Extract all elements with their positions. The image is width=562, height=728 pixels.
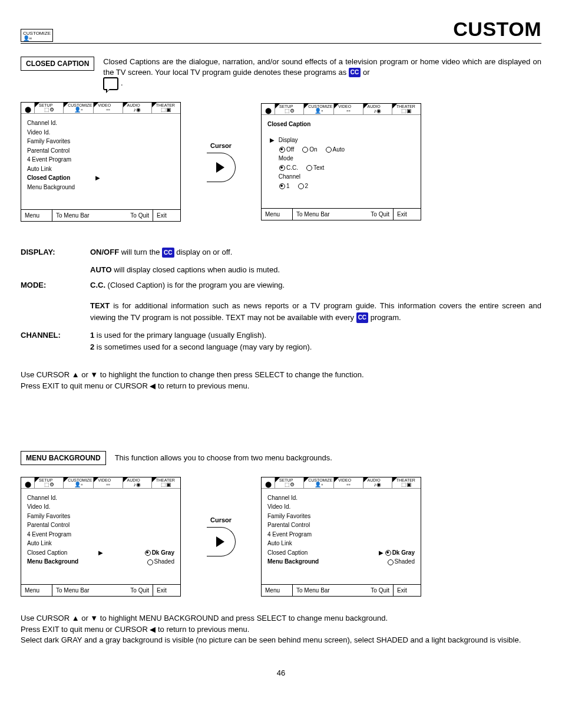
page-number: 46 bbox=[21, 668, 541, 677]
osd-tab: THEATER⬚▣ bbox=[392, 477, 421, 488]
osd-menu-item: Parental Control bbox=[267, 521, 415, 530]
cc-badge-icon: CC bbox=[349, 68, 361, 77]
menu-background-section: MENU BACKGROUND This function allows you… bbox=[21, 451, 541, 647]
term-display: DISPLAY: bbox=[21, 246, 90, 276]
intro-part1: Closed Captions are the dialogue, narrat… bbox=[103, 57, 541, 77]
osd-row-2: ⬤SETUP⬚⚙CUSTOMIZE👤▫VIDEO▫▫AUDIO♪◉THEATER… bbox=[21, 477, 541, 597]
def-mode-text: TEXT bbox=[90, 301, 110, 310]
osd-menu-item: Video Id. bbox=[27, 128, 174, 137]
osd-radio-option: On bbox=[302, 145, 317, 154]
osd-tab: AUDIO♪◉ bbox=[363, 477, 392, 488]
footer-tomenubar: To Menu Bar bbox=[292, 585, 356, 596]
txt: display on or off. bbox=[174, 248, 233, 256]
osd-menu-item: Menu BackgroundShaded bbox=[267, 557, 415, 566]
customize-icon-art: 👤▫▫ bbox=[23, 36, 51, 41]
osd-tab: CUSTOMIZE👤▫ bbox=[64, 103, 94, 113]
closed-caption-text: Closed Captions are the dialogue, narrat… bbox=[103, 57, 541, 90]
osd-menu-item: Menu Background bbox=[27, 183, 174, 192]
osd-menu-item: Closed Caption ▶Dk Gray bbox=[27, 548, 174, 558]
cursor-label: Cursor bbox=[210, 142, 232, 149]
definitions: DISPLAY: ON/OFF will turn the CC display… bbox=[21, 246, 541, 353]
osd-option-label: ▶ Display bbox=[267, 136, 415, 145]
osd-radio-option: Auto bbox=[326, 145, 345, 154]
osd-menu-item: Channel Id. bbox=[27, 118, 174, 128]
osd-menu-item: Family Favorites bbox=[27, 512, 174, 521]
osd-tab-gear-icon: ⬤ bbox=[21, 103, 35, 113]
footer-menu: Menu bbox=[21, 210, 52, 221]
closed-caption-label: CLOSED CAPTION bbox=[21, 57, 94, 71]
osd-panel-closed-caption: ⬤SETUP⬚⚙CUSTOMIZE👤▫VIDEO▫▫AUDIO♪◉THEATER… bbox=[261, 103, 421, 221]
footer-toquit: To Quit bbox=[116, 585, 153, 596]
footer-exit: Exit bbox=[393, 585, 421, 596]
footer-exit: Exit bbox=[153, 585, 180, 596]
def-mode: C.C. (Closed Caption) is for the program… bbox=[90, 279, 541, 323]
txt: (Closed Caption) is for the program you … bbox=[105, 281, 285, 289]
osd-menu-item: Video Id. bbox=[267, 502, 415, 512]
osd-radio-option: Text bbox=[306, 163, 324, 173]
def-mode-cc: C.C. bbox=[90, 281, 105, 289]
cc-badge-icon: CC bbox=[162, 248, 174, 258]
osd-menu-item: Closed Caption▶ Dk Gray bbox=[267, 548, 415, 558]
osd-menu-item: Video Id. bbox=[27, 502, 174, 512]
closed-caption-intro: CLOSED CAPTION Closed Captions are the d… bbox=[21, 57, 541, 90]
cursor-label: Cursor bbox=[210, 516, 232, 523]
osd-tab: THEATER⬚▣ bbox=[392, 104, 421, 114]
osd-tab-gear-icon: ⬤ bbox=[262, 477, 275, 488]
osd-tab-gear-icon: ⬤ bbox=[262, 104, 275, 114]
term-mode: MODE: bbox=[21, 279, 90, 323]
osd-option-row: Off On Auto bbox=[267, 145, 415, 154]
nav-note-1: Use CURSOR ▲ or ▼ to highlight the funct… bbox=[21, 370, 541, 392]
osd-menu-item: Family Favorites bbox=[267, 512, 415, 521]
osd-menu-item: Parental Control bbox=[27, 521, 174, 530]
nav-line: Use CURSOR ▲ or ▼ to highlight MENU BACK… bbox=[21, 613, 541, 624]
osd-radio-option: 2 bbox=[298, 182, 309, 191]
def-display: ON/OFF will turn the CC display on or of… bbox=[90, 246, 541, 276]
osd-menu-item: Parental Control bbox=[27, 146, 174, 156]
nav-note-2: Use CURSOR ▲ or ▼ to highlight MENU BACK… bbox=[21, 613, 541, 647]
osd-panel-menu-bg-left: ⬤SETUP⬚⚙CUSTOMIZE👤▫VIDEO▫▫AUDIO♪◉THEATER… bbox=[21, 477, 181, 597]
footer-exit: Exit bbox=[153, 210, 180, 221]
osd-menu-item: Closed Caption ▶ bbox=[27, 173, 174, 183]
osd-tab: THEATER⬚▣ bbox=[152, 477, 180, 488]
footer-toquit: To Quit bbox=[356, 209, 393, 220]
osd-tab: CUSTOMIZE👤▫ bbox=[304, 477, 334, 488]
menu-background-label: MENU BACKGROUND bbox=[21, 451, 106, 465]
footer-tomenubar: To Menu Bar bbox=[292, 209, 356, 220]
osd-option-row: 1 2 bbox=[267, 182, 415, 191]
page-header: CUSTOMIZE 👤▫▫ CUSTOM bbox=[21, 18, 541, 42]
speech-bubble-icon bbox=[103, 77, 118, 90]
osd-menu-item: 4 Event Program bbox=[27, 530, 174, 539]
osd-menu-item: Auto Link bbox=[27, 539, 174, 548]
osd-menu-item: Channel Id. bbox=[267, 493, 415, 503]
osd-tab: CUSTOMIZE👤▫ bbox=[64, 477, 94, 488]
footer-exit: Exit bbox=[393, 209, 421, 220]
cursor-indicator: Cursor bbox=[191, 142, 250, 182]
osd-menu-item: 4 Event Program bbox=[27, 155, 174, 164]
title-rule bbox=[21, 43, 541, 44]
osd-tab: SETUP⬚⚙ bbox=[275, 477, 304, 488]
osd-tab: VIDEO▫▫ bbox=[334, 477, 363, 488]
txt: will turn the bbox=[119, 248, 162, 256]
osd-panel-menu-bg-right: ⬤SETUP⬚⚙CUSTOMIZE👤▫VIDEO▫▫AUDIO♪◉THEATER… bbox=[261, 477, 421, 597]
cursor-arrow-icon bbox=[207, 153, 236, 182]
osd-radio-option: 1 bbox=[279, 182, 290, 191]
osd-menu-item: Auto Link bbox=[27, 164, 174, 174]
osd-menu-item: Family Favorites bbox=[27, 137, 174, 146]
osd-menu-item: Auto Link bbox=[267, 539, 415, 548]
txt: is sometimes used for a second language … bbox=[94, 342, 312, 351]
footer-tomenubar: To Menu Bar bbox=[52, 210, 116, 221]
cursor-indicator: Cursor bbox=[191, 516, 250, 556]
osd-menu-item: 4 Event Program bbox=[267, 530, 415, 539]
def-channel: 1 is used for the primary language (usua… bbox=[90, 330, 541, 353]
osd-menu-item: Channel Id. bbox=[27, 493, 174, 503]
footer-tomenubar: To Menu Bar bbox=[52, 585, 116, 596]
osd-option-label: Channel bbox=[267, 172, 415, 182]
osd-tab: AUDIO♪◉ bbox=[123, 103, 152, 113]
osd-panel-customize-menu: ⬤SETUP⬚⚙CUSTOMIZE👤▫VIDEO▫▫AUDIO♪◉THEATER… bbox=[21, 102, 181, 222]
osd-option-label: Mode bbox=[267, 154, 415, 163]
def-display-auto: AUTO bbox=[90, 265, 112, 274]
cc-badge-icon: CC bbox=[356, 312, 368, 323]
osd-row-1: ⬤SETUP⬚⚙CUSTOMIZE👤▫VIDEO▫▫AUDIO♪◉THEATER… bbox=[21, 102, 541, 222]
txt: program. bbox=[368, 313, 401, 322]
osd-tab: AUDIO♪◉ bbox=[363, 104, 392, 114]
